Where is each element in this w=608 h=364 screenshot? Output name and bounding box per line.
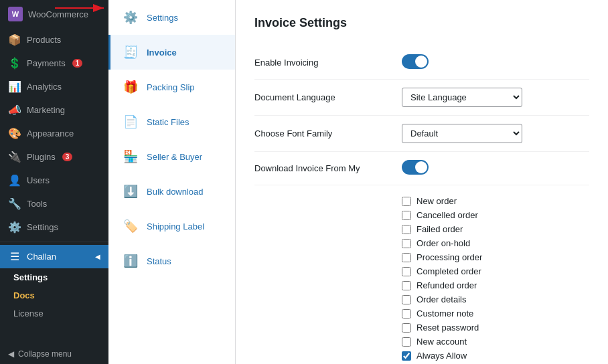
checkbox-customer-note-input[interactable] bbox=[402, 309, 411, 318]
sidebar: W WooCommerce 📦 Products 💲 Payments 1 📊 … bbox=[0, 0, 108, 364]
nav-item-settings[interactable]: ⚙️ Settings bbox=[108, 0, 235, 35]
page-title: Invoice Settings bbox=[254, 16, 589, 30]
main-content: Invoice Settings Enable Invoicing Docume… bbox=[236, 0, 608, 364]
enable-invoicing-label: Enable Invoicing bbox=[254, 58, 402, 68]
nav-bulk-download-icon: ⬇️ bbox=[121, 182, 140, 201]
woo-logo-icon: W bbox=[8, 7, 23, 21]
sidebar-item-settings[interactable]: ⚙️ Settings bbox=[0, 215, 108, 239]
checkbox-new-account-label: New account bbox=[416, 337, 467, 347]
checkboxes-control: New order Cancelled order Failed order O… bbox=[402, 193, 589, 361]
plugins-badge: 3 bbox=[62, 153, 73, 161]
nav-item-bulk-download[interactable]: ⬇️ Bulk download bbox=[108, 174, 235, 209]
checkbox-refunded-order-input[interactable] bbox=[402, 281, 411, 290]
checkbox-order-on-hold-input[interactable] bbox=[402, 239, 411, 248]
settings-table: Enable Invoicing Document Language Site … bbox=[254, 46, 589, 364]
checkbox-new-order-input[interactable] bbox=[402, 197, 411, 206]
sidebar-sub-settings[interactable]: Settings bbox=[0, 268, 108, 286]
sidebar-item-plugins[interactable]: 🔌 Plugins 3 bbox=[0, 145, 108, 169]
enable-invoicing-toggle[interactable] bbox=[402, 54, 429, 69]
checkbox-order-on-hold[interactable]: Order on-hold bbox=[402, 238, 589, 248]
checkbox-always-allow[interactable]: Always Allow bbox=[402, 351, 589, 361]
sidebar-sub-docs[interactable]: Docs bbox=[0, 286, 108, 304]
checkbox-completed-order-input[interactable] bbox=[402, 267, 411, 276]
sidebar-label-users: Users bbox=[27, 175, 50, 185]
sidebar-item-appearance[interactable]: 🎨 Appearance bbox=[0, 122, 108, 145]
download-invoice-control bbox=[402, 160, 589, 177]
checkbox-failed-order[interactable]: Failed order bbox=[402, 224, 589, 234]
sidebar-sub-license[interactable]: License bbox=[0, 304, 108, 323]
checkbox-reset-password-input[interactable] bbox=[402, 323, 411, 333]
sidebar-label-tools: Tools bbox=[27, 199, 47, 209]
checkbox-customer-note[interactable]: Customer note bbox=[402, 308, 589, 318]
sidebar-item-analytics[interactable]: 📊 Analytics bbox=[0, 75, 108, 98]
nav-item-shipping-label[interactable]: 🏷️ Shipping Label bbox=[108, 209, 235, 244]
nav-item-invoice[interactable]: 🧾 Invoice bbox=[108, 35, 235, 70]
collapse-menu-button[interactable]: ◀ Collapse menu bbox=[0, 344, 108, 364]
nav-shipping-label-label: Shipping Label bbox=[147, 221, 204, 232]
checkbox-order-details[interactable]: Order details bbox=[402, 294, 589, 304]
nav-invoice-label: Invoice bbox=[147, 48, 177, 58]
docs-label: Docs bbox=[13, 290, 35, 300]
nav-invoice-icon: 🧾 bbox=[121, 43, 140, 62]
products-icon: 📦 bbox=[8, 33, 21, 46]
setting-row-checkboxes: New order Cancelled order Failed order O… bbox=[254, 185, 589, 364]
nav-packing-slip-icon: 🎁 bbox=[121, 78, 140, 96]
checkbox-new-account[interactable]: New account bbox=[402, 337, 589, 347]
collapse-menu-label: Collapse menu bbox=[18, 349, 72, 359]
marketing-icon: 📣 bbox=[8, 104, 21, 116]
font-family-control: Default Arial Helvetica bbox=[402, 124, 589, 143]
settings-sub-label: Settings bbox=[13, 272, 48, 282]
sidebar-label-appearance: Appearance bbox=[27, 128, 74, 139]
nav-item-static-files[interactable]: 📄 Static Files bbox=[108, 104, 235, 139]
setting-row-document-language: Document Language Site Language English … bbox=[254, 80, 589, 116]
nav-item-status[interactable]: ℹ️ Status bbox=[108, 244, 235, 278]
sidebar-item-marketing[interactable]: 📣 Marketing bbox=[0, 98, 108, 122]
checkbox-cancelled-order[interactable]: Cancelled order bbox=[402, 210, 589, 220]
checkbox-reset-password[interactable]: Reset password bbox=[402, 323, 589, 333]
nav-item-packing-slip[interactable]: 🎁 Packing Slip bbox=[108, 70, 235, 104]
setting-row-enable-invoicing: Enable Invoicing bbox=[254, 46, 589, 80]
document-language-select[interactable]: Site Language English French bbox=[402, 88, 522, 107]
checkbox-processing-order-input[interactable] bbox=[402, 253, 411, 262]
nav-seller-buyer-icon: 🏪 bbox=[121, 147, 140, 166]
checkbox-completed-order-label: Completed order bbox=[416, 266, 481, 276]
nav-seller-buyer-label: Seller & Buyer bbox=[147, 152, 202, 162]
nav-status-icon: ℹ️ bbox=[121, 252, 140, 270]
settings-icon: ⚙️ bbox=[8, 221, 21, 234]
checkbox-always-allow-input[interactable] bbox=[402, 351, 411, 361]
checkbox-order-details-input[interactable] bbox=[402, 295, 411, 304]
plugins-icon: 🔌 bbox=[8, 151, 21, 163]
toggle-slider-download bbox=[402, 160, 429, 175]
sidebar-item-products[interactable]: 📦 Products bbox=[0, 28, 108, 52]
checkbox-new-order-label: New order bbox=[416, 196, 457, 206]
sidebar-item-payments[interactable]: 💲 Payments 1 bbox=[0, 52, 108, 75]
checkbox-new-account-input[interactable] bbox=[402, 337, 411, 347]
checkbox-cancelled-order-label: Cancelled order bbox=[416, 210, 478, 220]
nav-item-seller-buyer[interactable]: 🏪 Seller & Buyer bbox=[108, 139, 235, 174]
toggle-slider bbox=[402, 54, 429, 69]
checkbox-order-on-hold-label: Order on-hold bbox=[416, 238, 470, 248]
checkbox-failed-order-input[interactable] bbox=[402, 225, 411, 234]
nav-shipping-label-icon: 🏷️ bbox=[121, 217, 140, 236]
sidebar-label-challan: Challan bbox=[27, 252, 56, 262]
payments-badge: 1 bbox=[72, 59, 83, 68]
download-invoice-toggle[interactable] bbox=[402, 160, 429, 175]
nav-static-files-icon: 📄 bbox=[121, 112, 140, 131]
sidebar-label-analytics: Analytics bbox=[27, 82, 62, 92]
font-family-label: Choose Font Family bbox=[254, 128, 402, 139]
font-family-select[interactable]: Default Arial Helvetica bbox=[402, 124, 522, 143]
analytics-icon: 📊 bbox=[8, 80, 21, 93]
users-icon: 👤 bbox=[8, 174, 21, 187]
enable-invoicing-control bbox=[402, 54, 589, 71]
checkbox-refunded-order[interactable]: Refunded order bbox=[402, 280, 589, 290]
nav-bulk-download-label: Bulk download bbox=[147, 187, 204, 197]
checkbox-order-details-label: Order details bbox=[416, 294, 466, 304]
nav-static-files-label: Static Files bbox=[147, 117, 189, 127]
checkbox-new-order[interactable]: New order bbox=[402, 196, 589, 206]
checkbox-completed-order[interactable]: Completed order bbox=[402, 266, 589, 276]
sidebar-item-challan[interactable]: ☰ Challan ◀ bbox=[0, 245, 108, 268]
checkbox-cancelled-order-input[interactable] bbox=[402, 211, 411, 220]
sidebar-item-users[interactable]: 👤 Users bbox=[0, 169, 108, 192]
sidebar-item-tools[interactable]: 🔧 Tools bbox=[0, 192, 108, 215]
checkbox-processing-order[interactable]: Processing order bbox=[402, 252, 589, 262]
